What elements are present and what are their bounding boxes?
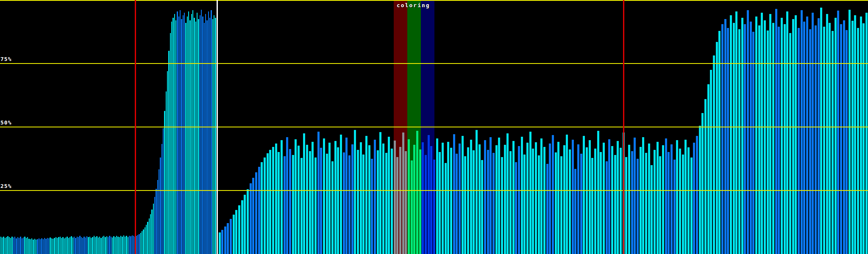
bar: [433, 160, 435, 254]
bar: [10, 238, 11, 254]
bar: [68, 238, 69, 254]
bar: [843, 20, 845, 254]
bar: [205, 14, 206, 254]
usage-bar-chart: 75% 50% 25% coloring: [0, 0, 868, 254]
bar: [750, 22, 752, 254]
bar: [188, 11, 189, 254]
bar: [314, 157, 317, 254]
bar: [865, 13, 868, 254]
bar: [860, 17, 862, 254]
bar: [92, 237, 93, 254]
y-axis-tick-label-75: 75%: [0, 56, 11, 62]
bar: [447, 142, 449, 254]
bar: [772, 23, 774, 254]
bar: [662, 145, 664, 254]
bar: [58, 237, 59, 254]
gridline-50: [0, 127, 868, 127]
bar: [56, 237, 56, 254]
bar: [591, 158, 593, 254]
bar: [250, 183, 252, 254]
bar: [202, 17, 203, 254]
bar: [89, 237, 90, 254]
bar: [187, 17, 188, 254]
bar: [583, 136, 585, 254]
bar: [340, 135, 342, 254]
gridline-100: [0, 0, 868, 1]
bar: [149, 218, 150, 254]
bar: [614, 155, 616, 254]
bar: [405, 151, 407, 254]
bar: [136, 236, 137, 254]
bar: [191, 14, 192, 254]
bar: [459, 144, 461, 254]
bar: [399, 147, 401, 254]
bar: [589, 140, 591, 254]
bar: [178, 17, 179, 254]
bar: [467, 147, 469, 254]
bar: [713, 55, 715, 254]
bar: [492, 153, 495, 254]
bar: [106, 236, 107, 254]
bar: [786, 11, 788, 254]
bar: [326, 154, 328, 254]
bar: [665, 138, 667, 254]
bar: [580, 154, 582, 254]
bar: [143, 229, 144, 254]
bar: [374, 140, 376, 254]
bar: [360, 142, 362, 254]
bar: [747, 10, 749, 254]
bar: [81, 237, 82, 254]
bar: [11, 237, 12, 254]
bar: [657, 142, 659, 254]
bar: [727, 28, 729, 254]
bar: [450, 148, 452, 254]
bar: [637, 159, 639, 254]
bar: [224, 226, 226, 254]
bar: [51, 238, 52, 254]
bar: [323, 138, 325, 254]
bar: [7, 236, 8, 254]
bar: [464, 156, 466, 254]
bar: [163, 128, 164, 254]
bar: [100, 238, 101, 254]
bar: [498, 138, 500, 254]
bar: [490, 137, 492, 254]
bar: [687, 147, 690, 254]
bar: [436, 138, 438, 254]
bar: [815, 25, 817, 254]
bar: [23, 237, 24, 254]
bar: [295, 139, 297, 254]
bar: [509, 151, 512, 254]
bar: [730, 15, 732, 254]
bar: [521, 137, 523, 254]
bar: [57, 238, 58, 254]
bar: [64, 238, 65, 254]
bar: [354, 130, 356, 254]
bar: [61, 238, 62, 254]
bar: [574, 169, 576, 254]
bar: [185, 23, 186, 254]
bar: [154, 197, 155, 254]
bar: [724, 19, 726, 254]
bar: [183, 15, 184, 254]
bar: [60, 237, 61, 254]
bar: [31, 238, 32, 254]
bar: [303, 133, 305, 254]
bar: [391, 149, 393, 254]
bar: [837, 11, 839, 254]
bar: [67, 237, 67, 254]
bar: [673, 160, 676, 254]
bar: [501, 157, 503, 254]
bar: [854, 15, 856, 254]
bar: [212, 19, 213, 254]
bar: [628, 145, 630, 254]
bar: [140, 233, 141, 254]
bar: [3, 237, 4, 254]
bar: [835, 18, 837, 254]
bar: [48, 238, 49, 254]
bar: [704, 99, 707, 254]
bar: [119, 237, 120, 254]
bar: [334, 141, 337, 254]
bar: [147, 222, 148, 254]
bar: [235, 210, 237, 254]
